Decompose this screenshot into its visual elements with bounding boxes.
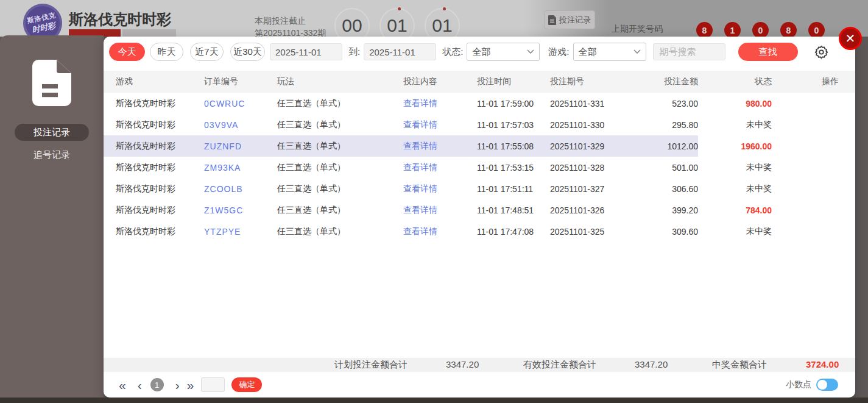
table-row[interactable]: 斯洛伐克时时彩 Z1W5GC 任三直选（单式） 查看详情 11-01 17:48… [104,199,855,221]
lottery-logo: 斯洛伐克 时时彩 [19,0,66,37]
draw-number-ball: 8 [780,22,797,37]
search-button[interactable]: 查找 [738,43,798,61]
filter-30days-button[interactable]: 近30天 [230,43,265,61]
sidebar-item-chase-records[interactable]: 追号记录 [15,148,89,162]
table-row[interactable]: 斯洛伐克时时彩 0CWRUC 任三直选（单式） 查看详情 11-01 17:59… [104,93,855,114]
table-header-row: 游戏 订单编号 玩法 投注内容 投注时间 投注期号 投注金额 状态 操作 [104,71,855,93]
decimal-toggle[interactable] [816,379,838,391]
bottom-dark-bar [0,398,868,403]
prev-page-button[interactable]: ‹ [138,379,142,391]
order-id-link[interactable]: YTZPYE [204,221,277,242]
play-mode-button2-clipped[interactable] [122,29,176,37]
countdown-hours: 00 [334,8,370,37]
view-details-link[interactable]: 查看详情 [403,221,477,242]
col-content: 投注内容 [403,71,477,93]
valid-total-value: 3347.20 [635,359,668,369]
last-page-button[interactable]: » [187,379,194,391]
cell-action [772,114,855,135]
settings-gear-icon[interactable] [814,45,829,60]
filter-today-button[interactable]: 今天 [109,43,145,61]
date-from-input[interactable]: 2025-11-01 [270,43,342,60]
close-modal-button[interactable]: ✕ [839,27,862,50]
order-id-link[interactable]: Z1W5GC [204,199,277,221]
cell-status: 980.00 [698,93,772,114]
cell-amount: 309.60 [643,221,698,242]
cell-time: 11-01 17:57:03 [477,114,550,135]
cell-time: 11-01 17:47:08 [477,221,550,242]
view-details-link[interactable]: 查看详情 [403,199,477,221]
col-action: 操作 [772,71,855,93]
status-select-value: 全部 [472,46,490,58]
record-sidebar: 投注记录 追号记录 [0,35,104,398]
filter-7days-button[interactable]: 近7天 [190,43,224,61]
page-header: 斯洛伐克 时时彩 斯洛伐克时时彩 本期投注截止 第20251101-332期 0… [0,0,868,37]
document-icon [548,15,556,25]
table-row[interactable]: 斯洛伐克时时彩 ZUZNFD 任三直选（单式） 查看详情 11-01 17:55… [104,135,855,157]
cell-amount: 306.60 [643,178,698,199]
status-select[interactable]: 全部 [467,43,540,61]
draw-number-ball: 0 [808,22,825,37]
sidebar-item-bet-records[interactable]: 投注记录 [15,124,89,141]
order-id-link[interactable]: 03V9VA [204,114,277,135]
records-table: 游戏 订单编号 玩法 投注内容 投注时间 投注期号 投注金额 状态 操作 斯洛伐… [104,71,855,242]
view-details-link[interactable]: 查看详情 [403,178,477,199]
bet-record-button[interactable]: 投注记录 [544,10,595,29]
decimal-point-label: 小数点 [786,379,811,390]
view-details-link[interactable]: 查看详情 [403,135,477,157]
next-page-button[interactable]: › [175,379,180,391]
order-id-link[interactable]: 0CWRUC [204,93,277,114]
period-search-input[interactable]: 期号搜索 [653,43,725,60]
bet-records-modal: 今天 昨天 近7天 近30天 2025-11-01 到: 2025-11-01 … [104,37,855,398]
cell-game: 斯洛伐克时时彩 [104,178,204,199]
planned-total-label: 计划投注金额合计 [334,359,408,371]
status-label: 状态: [442,46,463,58]
cell-action [772,199,855,221]
table-row[interactable]: 斯洛伐克时时彩 ZM93KA 任三直选（单式） 查看详情 11-01 17:53… [104,157,855,178]
date-to-input[interactable]: 2025-11-01 [364,43,436,60]
cell-status: 未中奖 [698,157,772,178]
order-id-link[interactable]: ZM93KA [204,157,277,178]
countdown-dot [398,7,401,10]
filter-yesterday-button[interactable]: 昨天 [150,43,183,61]
cell-amount: 399.20 [643,199,698,221]
order-id-link[interactable]: ZUZNFD [204,135,277,157]
cell-game: 斯洛伐克时时彩 [104,135,204,157]
view-details-link[interactable]: 查看详情 [403,157,477,178]
record-document-icon [31,59,72,110]
view-details-link[interactable]: 查看详情 [403,93,477,114]
page-number[interactable]: 1 [150,378,164,391]
first-page-button[interactable]: « [119,379,126,391]
cell-time: 11-01 17:48:51 [477,199,550,221]
cell-play: 任三直选（单式） [277,93,403,114]
col-period: 投注期号 [550,71,643,93]
order-id-link[interactable]: ZCOOLB [204,178,277,199]
deadline-label: 本期投注截止 [255,15,326,27]
cell-game: 斯洛伐克时时彩 [104,221,204,242]
cell-period: 20251101-326 [550,199,643,221]
cell-play: 任三直选（单式） [277,157,403,178]
cell-status: 未中奖 [698,178,772,199]
draw-number-ball: 1 [724,22,741,37]
game-select[interactable]: 全部 [573,43,646,61]
close-icon: ✕ [845,31,856,46]
last-draw-label: 上期开奖号码 [612,24,663,35]
planned-total-value: 3347.20 [446,359,479,369]
game-select-value: 全部 [579,46,597,58]
cell-action [772,178,855,199]
page-jump-input[interactable] [201,377,225,392]
cell-action [772,157,855,178]
pagination-bar: « ‹ 1 › » 确定 小数点 [104,372,855,398]
cell-period: 20251101-331 [550,93,643,114]
to-label: 到: [348,46,360,58]
confirm-page-button[interactable]: 确定 [231,377,262,392]
table-row[interactable]: 斯洛伐克时时彩 YTZPYE 任三直选（单式） 查看详情 11-01 17:47… [104,221,855,242]
col-order: 订单编号 [204,71,277,93]
cell-game: 斯洛伐克时时彩 [104,199,204,221]
summary-bar: 计划投注金额合计 3347.20 有效投注金额合计 3347.20 中奖金额合计… [104,358,855,372]
view-details-link[interactable]: 查看详情 [403,114,477,135]
col-amount: 投注金额 [643,71,698,93]
cell-amount: 523.00 [643,93,698,114]
table-row[interactable]: 斯洛伐克时时彩 ZCOOLB 任三直选（单式） 查看详情 11-01 17:51… [104,178,855,199]
table-row[interactable]: 斯洛伐克时时彩 03V9VA 任三直选（单式） 查看详情 11-01 17:57… [104,114,855,135]
deadline-info: 本期投注截止 第20251101-332期 [255,15,326,37]
